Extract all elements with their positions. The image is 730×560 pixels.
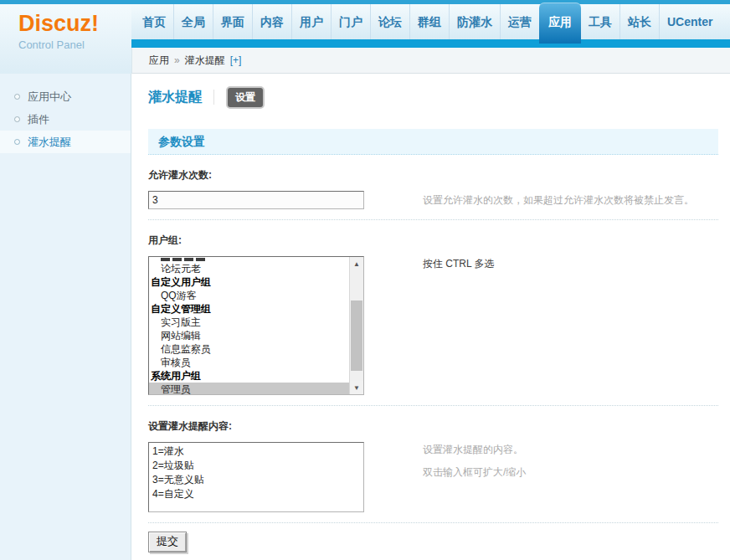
usergroup-option[interactable]: 论坛元老 (149, 262, 349, 275)
nav-item-工具[interactable]: 工具 (581, 4, 619, 39)
nav-item-界面[interactable]: 界面 (213, 4, 252, 39)
breadcrumb-page[interactable]: 灌水提醒 (185, 54, 225, 68)
nav-item-内容[interactable]: 内容 (252, 4, 291, 39)
usergroups-hint: 按住 CTRL 多选 (423, 256, 495, 271)
settings-tab-button[interactable]: 设置 (226, 86, 265, 109)
flood-count-label: 允许灌水次数: (148, 168, 718, 182)
header-right: 首页全局界面内容用户门户论坛群组防灌水运营应用工具站长UCenter 应用 » … (131, 4, 730, 74)
discuz-logo[interactable]: Discuz! (18, 11, 131, 37)
usergroup-option[interactable]: 网站编辑 (149, 329, 349, 342)
header: Discuz! Control Panel 首页全局界面内容用户门户论坛群组防灌… (0, 4, 730, 74)
usergroup-option[interactable]: 自定义用户组 (149, 275, 349, 289)
usergroup-option[interactable]: 自定义管理组 (149, 302, 349, 316)
reminder-content-row: 设置灌水提醒内容: 1=灌水 2=垃圾贴 3=无意义贴 4=自定义 设置灌水提醒… (148, 406, 718, 523)
nav-item-运营[interactable]: 运营 (500, 4, 539, 39)
content-hint-1: 设置灌水提醒的内容。 (423, 442, 526, 457)
scroll-down-icon[interactable]: ▼ (350, 381, 363, 394)
circle-bullet-icon (14, 94, 20, 100)
title-row: 灌水提醒 设置 (148, 87, 718, 107)
content-hint-2: 双击输入框可扩大/缩小 (423, 465, 526, 480)
usergroup-option[interactable]: 管理员 (149, 383, 349, 394)
sidebar-item-label: 应用中心 (28, 90, 71, 105)
sidebar: 应用中心插件灌水提醒 (0, 74, 131, 560)
content-textarea[interactable]: 1=灌水 2=垃圾贴 3=无意义贴 4=自定义 (148, 442, 364, 512)
usergroup-option[interactable]: 信息监察员 (149, 342, 349, 356)
title-divider (213, 90, 214, 105)
usergroups-label: 用户组: (148, 234, 718, 248)
body: 应用中心插件灌水提醒 灌水提醒 设置 参数设置 允许灌水次数: 设置允许灌水的次… (0, 74, 730, 560)
discuz-admin-window: Discuz! Control Panel 首页全局界面内容用户门户论坛群组防灌… (0, 0, 730, 560)
circle-bullet-icon (14, 116, 20, 122)
sidebar-item-应用中心[interactable]: 应用中心 (0, 85, 131, 108)
page-title: 灌水提醒 (148, 89, 202, 106)
usergroups-options: 论坛元老自定义用户组QQ游客自定义管理组实习版主网站编辑信息监察员审核员系统用户… (149, 257, 349, 394)
sidebar-item-灌水提醒[interactable]: 灌水提醒 (0, 131, 131, 153)
nav-item-应用[interactable]: 应用 (539, 3, 581, 44)
nav-item-群组[interactable]: 群组 (409, 4, 449, 39)
usergroups-row: 用户组: 论坛元老自定义用户组QQ游客自定义管理组实习版主网站编辑信息监察员审核… (148, 220, 718, 406)
circle-bullet-icon (14, 139, 20, 145)
nav-item-首页[interactable]: 首页 (135, 4, 173, 39)
submit-button[interactable]: 提交 (148, 532, 187, 552)
nav-item-站长[interactable]: 站长 (619, 4, 659, 39)
usergroup-option[interactable]: 系统用户组 (149, 369, 349, 383)
flood-count-input[interactable] (148, 191, 364, 209)
nav-underline-bar (131, 39, 730, 48)
breadcrumb-separator-icon: » (174, 54, 180, 66)
section-header: 参数设置 (148, 129, 718, 155)
content-label: 设置灌水提醒内容: (148, 419, 718, 434)
usergroups-listbox[interactable]: 论坛元老自定义用户组QQ游客自定义管理组实习版主网站编辑信息监察员审核员系统用户… (148, 256, 364, 395)
breadcrumb-section[interactable]: 应用 (149, 54, 169, 68)
scrollbar-thumb[interactable] (351, 301, 362, 371)
submit-row: 提交 (148, 523, 718, 552)
usergroup-option[interactable]: 实习版主 (149, 316, 349, 329)
usergroup-option[interactable]: 审核员 (149, 356, 349, 369)
breadcrumb: 应用 » 灌水提醒 [+] (131, 48, 730, 74)
main-content: 灌水提醒 设置 参数设置 允许灌水次数: 设置允许灌水的次数，如果超过允许灌水次… (131, 74, 730, 560)
nav-item-论坛[interactable]: 论坛 (370, 4, 409, 39)
nav-item-防灌水[interactable]: 防灌水 (449, 4, 500, 39)
content-hints: 设置灌水提醒的内容。 双击输入框可扩大/缩小 (364, 442, 526, 480)
flood-count-row: 允许灌水次数: 设置允许灌水的次数，如果超过允许灌水次数将被禁止发言。 (148, 155, 718, 220)
scrollbar-track[interactable] (350, 270, 363, 381)
brand-block[interactable]: Discuz! Control Panel (0, 4, 131, 74)
control-panel-subtitle: Control Panel (18, 39, 131, 51)
sidebar-item-插件[interactable]: 插件 (0, 108, 131, 131)
breadcrumb-expand-toggle[interactable]: [+] (230, 54, 242, 66)
nav-item-UCenter[interactable]: UCenter (659, 4, 720, 39)
sidebar-item-label: 插件 (28, 112, 49, 127)
top-nav: 首页全局界面内容用户门户论坛群组防灌水运营应用工具站长UCenter (131, 4, 730, 39)
sidebar-item-label: 灌水提醒 (28, 135, 71, 150)
flood-count-hint: 设置允许灌水的次数，如果超过允许灌水次数将被禁止发言。 (423, 193, 694, 208)
nav-item-全局[interactable]: 全局 (173, 4, 213, 39)
scroll-up-icon[interactable]: ▲ (350, 257, 363, 270)
nav-item-门户[interactable]: 门户 (331, 4, 370, 39)
listbox-scrollbar[interactable]: ▲ ▼ (349, 257, 363, 394)
nav-item-用户[interactable]: 用户 (291, 4, 331, 39)
usergroup-option[interactable]: QQ游客 (149, 289, 349, 302)
